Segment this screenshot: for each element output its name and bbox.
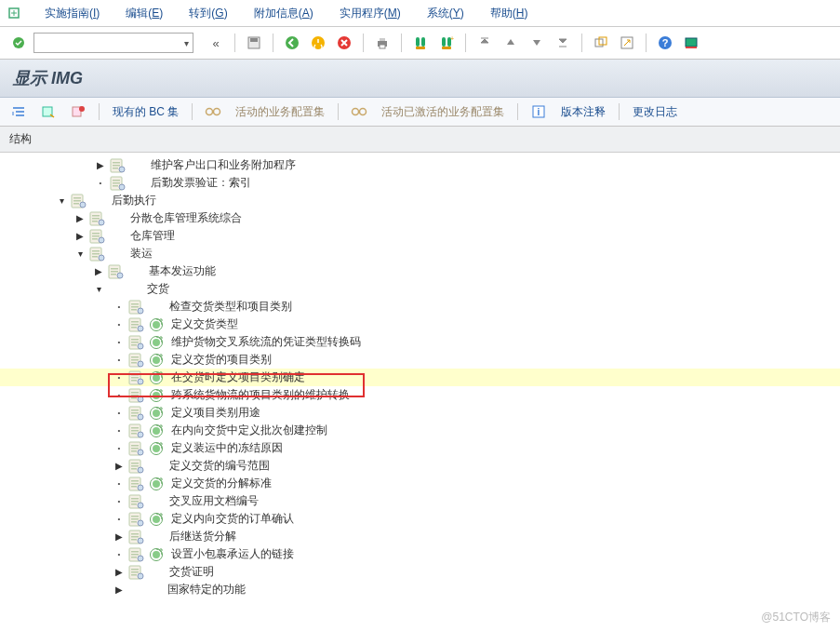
tree-row[interactable]: •跨系统货物流的项目类别的维护转换 [0,386,840,404]
menu-goto[interactable]: 转到(G) [176,6,240,21]
tree-expand-icon[interactable]: ▶ [113,461,125,472]
img-doc-icon[interactable] [89,229,106,244]
img-doc-icon[interactable] [71,194,87,208]
img-doc-icon[interactable] [89,211,106,226]
glasses-icon[interactable] [348,101,370,123]
menu-implementation-guide[interactable]: 实施指南(I) [32,6,113,21]
img-doc-icon[interactable] [128,370,145,385]
change-log-icon[interactable] [67,101,89,123]
first-page-icon[interactable] [473,32,496,54]
img-doc-icon[interactable] [110,158,127,173]
tree-row[interactable]: ▶定义交货的编号范围 [0,457,840,475]
tree-row[interactable]: •定义内向交货的订单确认 [0,510,840,528]
back-icon[interactable] [281,32,303,54]
tree-expand-icon[interactable]: ▶ [74,231,86,242]
tree-expand-icon[interactable]: ▶ [113,531,125,543]
menu-edit[interactable]: 编辑(E) [113,6,176,21]
command-field[interactable] [33,33,193,53]
img-doc-icon[interactable] [128,406,145,421]
img-activity-icon[interactable] [149,353,164,368]
help-icon[interactable]: ? [654,32,676,54]
tree-collapse-icon[interactable]: ▾ [93,284,104,295]
img-activity-icon[interactable] [149,441,164,456]
menu-additional-info[interactable]: 附加信息(A) [241,6,327,21]
img-doc-icon[interactable] [128,353,145,368]
img-activity-icon[interactable] [149,547,164,562]
collapse-icon[interactable]: « [205,32,227,54]
enter-icon[interactable] [7,32,30,54]
shortcut-icon[interactable] [616,32,638,54]
menu-dropdown-icon[interactable] [6,5,22,21]
tree-row[interactable]: •定义交货类型 [0,316,840,333]
tree-row[interactable]: ▶后继送货分解 [0,528,840,545]
tree-expand-icon[interactable]: ▶ [93,266,104,277]
img-doc-icon[interactable] [128,494,145,509]
tree-collapse-icon[interactable]: ▾ [56,195,67,207]
tree-row[interactable]: •检查交货类型和项目类别 [0,298,840,316]
tree-row[interactable]: •定义项目类别用途 [0,404,840,422]
save-icon[interactable] [243,32,265,54]
tree-row[interactable]: ▶仓库管理 [0,227,840,245]
img-doc-icon[interactable] [128,477,145,491]
where-used-icon[interactable] [37,101,60,123]
next-page-icon[interactable] [526,32,548,54]
img-activity-icon[interactable] [149,388,164,403]
img-activity-icon[interactable] [149,406,164,421]
tree-expand-icon[interactable]: ▶ [74,213,86,224]
img-activity-icon[interactable] [149,477,164,491]
tree-row[interactable]: •后勤发票验证：索引 [0,174,840,192]
img-doc-icon[interactable] [108,264,125,279]
find-icon[interactable] [409,32,432,54]
exit-icon[interactable] [307,32,329,54]
tree-expand-icon[interactable]: ▶ [113,567,125,578]
change-log-link[interactable]: 更改日志 [629,104,681,120]
img-doc-icon[interactable] [128,512,145,527]
img-activity-icon[interactable] [149,512,164,527]
prev-page-icon[interactable] [500,32,522,54]
img-activity-icon[interactable] [149,317,164,332]
tree-row[interactable]: ▾装运 [0,245,840,262]
glasses-icon[interactable] [202,101,224,123]
tree-row[interactable]: •在内向交货中定义批次创建控制 [0,422,840,439]
img-doc-icon[interactable] [128,441,145,456]
img-doc-icon[interactable] [128,565,145,580]
menu-system[interactable]: 系统(Y) [414,6,477,21]
last-page-icon[interactable] [552,32,574,54]
layout-icon[interactable] [680,32,702,54]
tree-expand-icon[interactable]: ▶ [95,160,106,171]
tree-row[interactable]: •在交货时定义项目类别确定 [0,369,840,386]
menu-help[interactable]: 帮助(H) [477,6,541,21]
tree-row[interactable]: •定义装运中的冻结原因 [0,439,840,457]
img-doc-icon[interactable] [128,317,145,332]
tree-row[interactable]: ▶基本发运功能 [0,262,840,280]
tree-row[interactable]: •定义交货的项目类别 [0,351,840,369]
find-next-icon[interactable]: + [435,32,458,54]
img-doc-icon[interactable] [89,247,106,262]
tree-row[interactable]: •定义交货的分解标准 [0,475,840,492]
tree-row[interactable]: •设置小包裹承运人的链接 [0,545,840,563]
tree-row[interactable]: ▾交货 [0,280,840,298]
img-doc-icon[interactable] [128,547,145,562]
active-activated-bc-link[interactable]: 活动已激活的业务配置集 [378,104,508,120]
tree-collapse-icon[interactable]: ▾ [74,248,86,260]
img-activity-icon[interactable] [149,423,164,438]
img-doc-icon[interactable] [128,423,145,438]
tree-expand-icon[interactable]: ▶ [113,584,125,596]
print-icon[interactable] [371,32,393,54]
info-icon[interactable]: i [527,101,550,123]
tree-row[interactable]: ▶国家特定的功能 [0,581,840,598]
menu-utilities[interactable]: 实用程序(M) [327,6,414,21]
img-doc-icon[interactable] [128,335,145,350]
tree-row[interactable]: ▶分散仓库管理系统综合 [0,209,840,227]
tree-row[interactable]: ▾后勤执行 [0,192,840,209]
img-doc-icon[interactable] [128,388,145,403]
img-activity-icon[interactable] [149,335,164,350]
existing-bc-link[interactable]: 现有的 BC 集 [109,104,182,120]
img-doc-icon[interactable] [128,459,145,474]
tree-row[interactable]: ▶维护客户出口和业务附加程序 [0,156,840,174]
cancel-icon[interactable] [333,32,355,54]
img-doc-icon[interactable] [128,300,145,315]
tree-row[interactable]: ▶交货证明 [0,563,840,581]
version-notes-link[interactable]: 版本注释 [557,104,609,120]
new-session-icon[interactable] [590,32,612,54]
